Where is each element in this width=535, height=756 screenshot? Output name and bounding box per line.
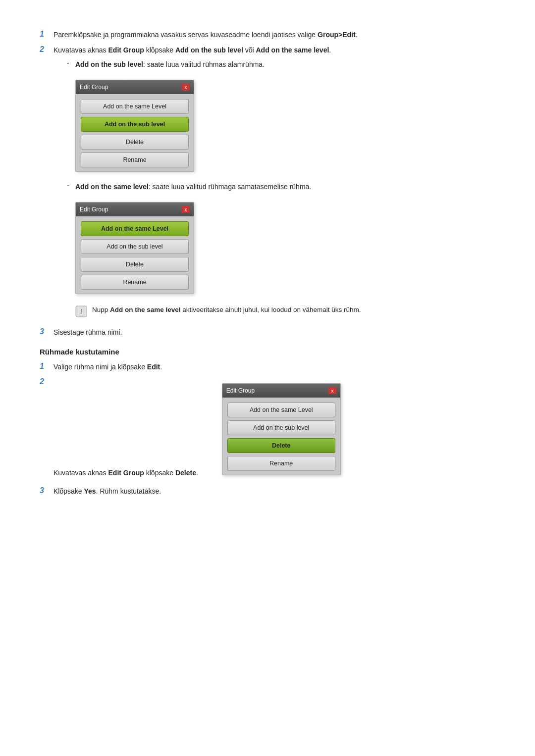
bullet-dot-1: • [67,60,75,66]
step-2-text: Kuvatavas aknas Edit Group klõpsake Add … [54,45,505,322]
btn-same-level-3[interactable]: Add on the same Level [227,403,335,417]
step-number-2: 2 [40,45,54,54]
bullet-text-sublevel: Add on the sub level: saate luua valitud… [75,59,265,70]
dialog-sublevel-wrapper: Edit Group x Add on the same Level Add o… [75,80,194,172]
dialog-sublevel: Edit Group x Add on the same Level Add o… [75,80,194,172]
step-2: 2 Kuvatavas aknas Edit Group klõpsake Ad… [40,45,505,322]
step-3-text: Sisestage rühma nimi. [54,327,505,338]
btn-same-level-1[interactable]: Add on the same Level [81,99,189,114]
note-box: i Nupp Add on the same level aktiveerita… [75,305,505,317]
btn-sub-level-3[interactable]: Add on the sub level [227,420,335,435]
dialog-samelevel-title: Edit Group [80,205,108,214]
svg-text:i: i [80,308,82,315]
bullet-dot-2: • [67,183,75,189]
step-1-text: Paremklõpsake ja programmiakna vasakus s… [54,30,505,40]
btn-delete-3[interactable]: Delete [227,438,335,453]
dialog-delete-title: Edit Group [226,386,255,395]
delete-step-number-2: 2 [40,377,54,386]
bullet-item-sublevel: • Add on the sub level: saate luua valit… [67,59,505,70]
section-heading-delete: Rühmade kustutamine [40,348,505,356]
btn-rename-1[interactable]: Rename [81,152,189,167]
dialog-samelevel-body: Add on the same Level Add on the sub lev… [76,216,194,294]
btn-sub-level-2[interactable]: Add on the sub level [81,239,189,254]
step-3: 3 Sisestage rühma nimi. [40,327,505,338]
delete-step-2-text: Kuvatavas aknas Edit Group klõpsake Dele… [54,377,505,481]
dialog-sublevel-body: Add on the same Level Add on the sub lev… [76,94,194,171]
dialog-delete-close[interactable]: x [328,387,336,394]
dialog-samelevel-titlebar: Edit Group x [76,202,194,216]
delete-step-1-text: Valige rühma nimi ja klõpsake Edit. [54,362,505,372]
btn-rename-2[interactable]: Rename [81,275,189,290]
delete-step-2: 2 Kuvatavas aknas Edit Group klõpsake De… [40,377,505,481]
dialog-samelevel-wrapper: Edit Group x Add on the same Level Add o… [75,202,194,294]
bullet-item-samelevel: • Add on the same level: saate luua vali… [67,182,505,192]
step-1: 1 Paremklõpsake ja programmiakna vasakus… [40,30,505,40]
delete-step-1: 1 Valige rühma nimi ja klõpsake Edit. [40,362,505,372]
btn-sub-level-1[interactable]: Add on the sub level [81,117,189,132]
dialog-samelevel: Edit Group x Add on the same Level Add o… [75,202,194,294]
step-number-1: 1 [40,30,54,39]
note-icon: i [75,305,87,317]
btn-rename-3[interactable]: Rename [227,456,335,471]
btn-delete-1[interactable]: Delete [81,135,189,150]
btn-delete-2[interactable]: Delete [81,257,189,272]
delete-step-3: 3 Klõpsake Yes. Rühm kustutatakse. [40,486,505,497]
dialog-samelevel-close[interactable]: x [182,206,190,213]
note-text: Nupp Add on the same level aktiveeritaks… [92,305,361,315]
delete-step-number-3: 3 [40,486,54,495]
dialog-sublevel-titlebar: Edit Group x [76,80,194,94]
dialog-sublevel-title: Edit Group [80,83,108,92]
step-number-3: 3 [40,327,54,336]
delete-step-3-text: Klõpsake Yes. Rühm kustutatakse. [54,486,505,497]
bullet-text-samelevel: Add on the same level: saate luua valitu… [75,182,311,192]
dialog-delete-body: Add on the same Level Add on the sub lev… [222,398,340,475]
dialog-delete-wrapper: Edit Group x Add on the same Level Add o… [222,383,341,475]
delete-step-number-1: 1 [40,362,54,371]
dialog-delete-titlebar: Edit Group x [222,384,340,398]
btn-same-level-2[interactable]: Add on the same Level [81,221,189,236]
dialog-sublevel-close[interactable]: x [182,84,190,91]
dialog-delete: Edit Group x Add on the same Level Add o… [222,383,341,475]
